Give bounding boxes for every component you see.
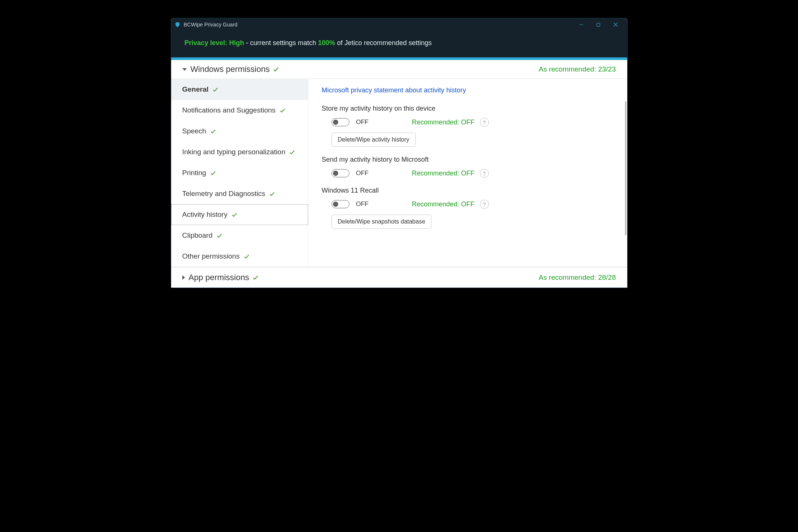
setting-title: Windows 11 Recall bbox=[322, 187, 618, 194]
action-button[interactable]: Delete/Wipe activity history bbox=[332, 133, 416, 147]
section-title: Windows permissions bbox=[191, 64, 270, 74]
setting-title: Send my activity history to Microsoft bbox=[322, 156, 618, 164]
sidebar-item-label: Other permissions bbox=[182, 252, 240, 260]
check-icon bbox=[244, 253, 250, 260]
sidebar-item-label: Notifications and Suggestions bbox=[182, 106, 276, 114]
close-button[interactable] bbox=[607, 18, 624, 31]
toggle-switch[interactable] bbox=[332, 200, 349, 208]
toggle-switch[interactable] bbox=[332, 118, 349, 126]
toggle-state-label: OFF bbox=[356, 170, 412, 177]
privacy-banner: Privacy level: High - current settings m… bbox=[171, 31, 627, 57]
banner-text-2: of Jetico recommended settings bbox=[335, 39, 432, 47]
setting-group: Store my activity history on this device… bbox=[322, 105, 618, 147]
minimize-button[interactable] bbox=[573, 18, 590, 31]
check-icon bbox=[269, 191, 275, 197]
section-reco-count: As recommended: 23/23 bbox=[538, 65, 616, 73]
action-button[interactable]: Delete/Wipe snapshots database bbox=[332, 215, 432, 229]
sidebar-item-label: Printing bbox=[182, 169, 206, 177]
privacy-statement-link[interactable]: Microsoft privacy statement about activi… bbox=[322, 86, 466, 94]
section-windows-permissions[interactable]: Windows permissions As recommended: 23/2… bbox=[171, 60, 627, 79]
sidebar-item-inking-and-typing-personalization[interactable]: Inking and typing personalization bbox=[171, 142, 308, 162]
sidebar-item-clipboard[interactable]: Clipboard bbox=[171, 225, 308, 246]
app-window: BCWipe Privacy Guard Privacy level: High… bbox=[171, 18, 628, 288]
sidebar-item-general[interactable]: General bbox=[171, 79, 308, 100]
scrollbar-thumb[interactable] bbox=[625, 101, 626, 235]
setting-row: OFFRecommended: OFF? bbox=[322, 169, 618, 178]
privacy-level-label: Privacy level: High bbox=[185, 39, 244, 47]
toggle-state-label: OFF bbox=[356, 118, 412, 126]
section-reco-count: As recommended: 28/28 bbox=[538, 273, 616, 282]
sidebar-item-label: Inking and typing personalization bbox=[182, 148, 286, 156]
check-icon bbox=[210, 128, 216, 134]
sidebar: GeneralNotifications and SuggestionsSpee… bbox=[171, 79, 308, 267]
sidebar-item-notifications-and-suggestions[interactable]: Notifications and Suggestions bbox=[171, 100, 308, 121]
chevron-right-icon bbox=[182, 275, 185, 280]
sidebar-item-other-permissions[interactable]: Other permissions bbox=[171, 246, 308, 267]
help-icon[interactable]: ? bbox=[480, 200, 489, 209]
section-app-permissions[interactable]: App permissions As recommended: 28/28 bbox=[171, 267, 627, 288]
section-title: App permissions bbox=[189, 273, 249, 282]
accent-bar bbox=[171, 57, 627, 60]
toggle-switch[interactable] bbox=[332, 169, 349, 177]
privacy-percent: 100% bbox=[318, 39, 335, 47]
maximize-button[interactable] bbox=[590, 18, 607, 31]
toggle-state-label: OFF bbox=[356, 200, 412, 208]
check-icon bbox=[252, 274, 259, 281]
banner-text-1: - current settings match bbox=[244, 39, 318, 47]
sidebar-item-label: Telemetry and Diagnostics bbox=[182, 190, 266, 198]
sidebar-item-speech[interactable]: Speech bbox=[171, 121, 308, 142]
setting-title: Store my activity history on this device bbox=[322, 105, 618, 113]
scrollbar[interactable] bbox=[625, 101, 626, 235]
check-icon bbox=[231, 212, 238, 218]
recommended-label: Recommended: OFF bbox=[412, 118, 475, 126]
check-icon bbox=[210, 170, 216, 176]
sidebar-item-label: Activity history bbox=[182, 210, 227, 219]
sidebar-item-telemetry-and-diagnostics[interactable]: Telemetry and Diagnostics bbox=[171, 183, 308, 204]
check-icon bbox=[273, 66, 279, 73]
app-title: BCWipe Privacy Guard bbox=[184, 22, 238, 28]
content-panel: Microsoft privacy statement about activi… bbox=[308, 79, 627, 267]
titlebar: BCWipe Privacy Guard bbox=[171, 18, 627, 31]
recommended-label: Recommended: OFF bbox=[412, 200, 475, 208]
sidebar-item-label: General bbox=[182, 85, 209, 94]
app-shield-icon bbox=[174, 21, 181, 28]
check-icon bbox=[212, 86, 219, 93]
setting-group: Windows 11 RecallOFFRecommended: OFF?Del… bbox=[322, 187, 618, 229]
chevron-down-icon bbox=[182, 68, 187, 71]
svg-rect-1 bbox=[597, 23, 600, 26]
section-body: GeneralNotifications and SuggestionsSpee… bbox=[171, 79, 627, 267]
recommended-label: Recommended: OFF bbox=[412, 170, 475, 177]
sidebar-item-label: Speech bbox=[182, 127, 206, 135]
setting-row: OFFRecommended: OFF? bbox=[322, 118, 618, 127]
setting-row: OFFRecommended: OFF? bbox=[322, 200, 618, 209]
check-icon bbox=[216, 232, 223, 239]
help-icon[interactable]: ? bbox=[480, 118, 489, 127]
check-icon bbox=[279, 107, 286, 114]
sidebar-item-label: Clipboard bbox=[182, 231, 213, 240]
check-icon bbox=[289, 149, 295, 155]
help-icon[interactable]: ? bbox=[480, 169, 489, 178]
sidebar-item-printing[interactable]: Printing bbox=[171, 162, 308, 183]
sidebar-item-activity-history[interactable]: Activity history bbox=[171, 204, 308, 225]
setting-group: Send my activity history to MicrosoftOFF… bbox=[322, 156, 618, 178]
